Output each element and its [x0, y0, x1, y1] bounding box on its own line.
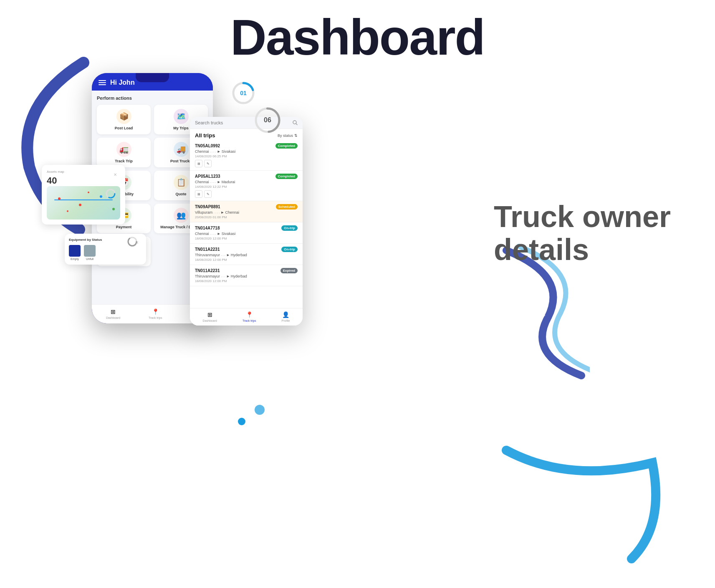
trip-status: Scheduled [276, 204, 298, 209]
trip-action-btn-2[interactable]: ✎ [204, 190, 212, 198]
track-trip-label: Track Trip [115, 159, 133, 163]
trip-action-btn[interactable]: ⊞ [195, 160, 202, 167]
post-trucks-icon: 🚚 [174, 142, 189, 157]
trip-route: Chennai - - - - ► Madurai [195, 180, 298, 184]
trips-bottom-nav: ⊞ Dashboard 📍 Track trips 👤 Profile [190, 308, 303, 326]
widget-assets-close[interactable]: ✕ [114, 172, 117, 177]
truck-owner-title: Truck owner details [494, 200, 682, 266]
legend-unfull: Unfull [84, 245, 96, 260]
trips-search [190, 117, 303, 129]
trip-item[interactable]: TN011A2231 Expired Thiruvanmayur - - - ►… [190, 265, 303, 286]
hamburger-icon[interactable] [99, 80, 106, 85]
deco-dot-2 [255, 405, 265, 415]
trip-item[interactable]: AP05AL1233 Completed Chennai - - - - ► M… [190, 171, 303, 201]
svg-point-6 [58, 197, 61, 200]
trips-nav-tracktrips[interactable]: 📍 Track trips [243, 311, 256, 322]
my-trips-icon: 🗺️ [174, 109, 189, 124]
trip-route: Chennai - - - - ► Sivakasi [195, 149, 298, 154]
quote-icon: 📋 [174, 175, 189, 190]
trip-date: 14/08/2020 12:22 PM [195, 185, 298, 189]
trips-nav-profile[interactable]: 👤 Profile [282, 311, 290, 322]
trips-nav-tracktrips-label: Track trips [243, 319, 256, 322]
my-trips-label: My Trips [173, 126, 189, 130]
trip-status: Completed [275, 174, 298, 179]
track-trip-icon: 🚛 [116, 142, 131, 157]
widget-assets-title: Assets map [47, 170, 120, 174]
deco-dot-1 [238, 418, 245, 425]
trip-route: Villupuram - - - - ► Chennai [195, 210, 298, 215]
equipment-spinner [127, 236, 138, 247]
trip-item[interactable]: TN09AP8891 Scheduled Villupuram - - - - … [190, 201, 303, 222]
trip-item[interactable]: TN05AL0992 Completed Chennai - - - - ► S… [190, 140, 303, 171]
trips-dashboard-icon: ⊞ [206, 311, 214, 318]
trip-item[interactable]: TN014A7718 On-trip Chennai - - - - ► Siv… [190, 222, 303, 244]
widget-assets-count: 40 [47, 175, 120, 186]
trip-status: On-trip [281, 225, 298, 231]
trip-date: 18/08/2020 12:00 PM [195, 279, 298, 283]
action-track-trip[interactable]: 🚛 Track Trip [97, 138, 151, 167]
trip-id: AP05AL1233 [195, 174, 220, 179]
trip-date: 18/08/2020 12:00 PM [195, 258, 298, 262]
trips-header: All trips By status ⇅ [190, 129, 303, 140]
post-trucks-label: Post Trucks [170, 159, 192, 163]
trip-action-btn[interactable]: ⊞ [195, 190, 202, 198]
trip-actions: ⊞ ✎ [195, 190, 298, 198]
svg-text:01: 01 [240, 90, 247, 96]
quote-label: Quote [176, 192, 187, 196]
trip-id: TN09AP8891 [195, 204, 220, 209]
trip-id: TN011A2231 [195, 247, 220, 252]
nav-dashboard-label: Dashboard [106, 316, 120, 319]
trips-tracktrips-icon: 📍 [245, 311, 253, 318]
trip-item[interactable]: TN011A2231 On-trip Thiruvanmayur - - - ►… [190, 244, 303, 265]
svg-point-9 [112, 208, 115, 210]
trip-date: 20/08/2020 01:00 PM [195, 215, 298, 219]
trip-date: 18/08/2020 12:00 PM [195, 237, 298, 240]
trip-route: Chennai - - - - ► Sivakasi [195, 232, 298, 236]
map-placeholder [47, 186, 120, 220]
payment-label: Payment [116, 225, 132, 229]
search-icon [293, 120, 298, 125]
svg-point-11 [88, 192, 89, 193]
widget-equipment: Equipment by Status ✕ Empty Unfull [65, 234, 146, 265]
trip-actions: ⊞ ✎ [195, 160, 298, 167]
svg-text:06: 06 [264, 116, 271, 124]
page-title: Dashboard [230, 8, 485, 66]
map-spinner [105, 188, 116, 199]
svg-line-17 [296, 124, 297, 125]
trip-id: TN05AL0992 [195, 144, 220, 148]
trip-id: TN014A7718 [195, 226, 220, 230]
trips-profile-icon: 👤 [282, 311, 289, 318]
post-load-label: Post Load [115, 126, 133, 130]
trip-status: Expired [280, 268, 298, 273]
phone-greeting: Hi John [110, 79, 135, 86]
all-trips-title: All trips [195, 132, 215, 139]
dashboard-nav-icon: ⊞ [109, 308, 117, 315]
phone-notch [136, 73, 169, 82]
svg-point-8 [100, 195, 102, 198]
badge-01: 01 [232, 81, 255, 105]
trip-action-btn-2[interactable]: ✎ [204, 160, 212, 167]
post-load-icon: 📦 [116, 109, 131, 124]
trip-status: Completed [275, 143, 298, 149]
deco-bottom-curve [485, 442, 673, 567]
phone-trips: All trips By status ⇅ TN05AL0992 Complet… [190, 117, 303, 326]
nav-dashboard[interactable]: ⊞ Dashboard [106, 308, 120, 319]
svg-point-7 [79, 204, 81, 206]
manage-truck-icon: 👥 [174, 208, 189, 223]
filter-icon: ⇅ [294, 134, 298, 138]
widget-assets: Assets map ✕ 40 [42, 165, 125, 225]
nav-track-trips-label: Track trips [149, 316, 162, 319]
legend-empty: Empty [69, 245, 81, 260]
action-post-load[interactable]: 📦 Post Load [97, 105, 151, 134]
trips-nav-dashboard[interactable]: ⊞ Dashboard [203, 311, 217, 322]
trips-nav-profile-label: Profile [282, 319, 290, 322]
nav-track-trips[interactable]: 📍 Track trips [149, 308, 162, 319]
trip-route: Thiruvanmayur - - - ► Hyderbad [195, 253, 298, 257]
equipment-legend: Empty Unfull [69, 245, 142, 260]
svg-point-10 [67, 210, 68, 212]
trips-nav-dashboard-label: Dashboard [203, 319, 217, 322]
trip-date: 14/08/2020 06:25 PM [195, 154, 298, 158]
perform-actions-title: Perform actions [97, 96, 208, 101]
trip-status: On-trip [281, 247, 298, 252]
badge-06: 06 [254, 106, 281, 134]
